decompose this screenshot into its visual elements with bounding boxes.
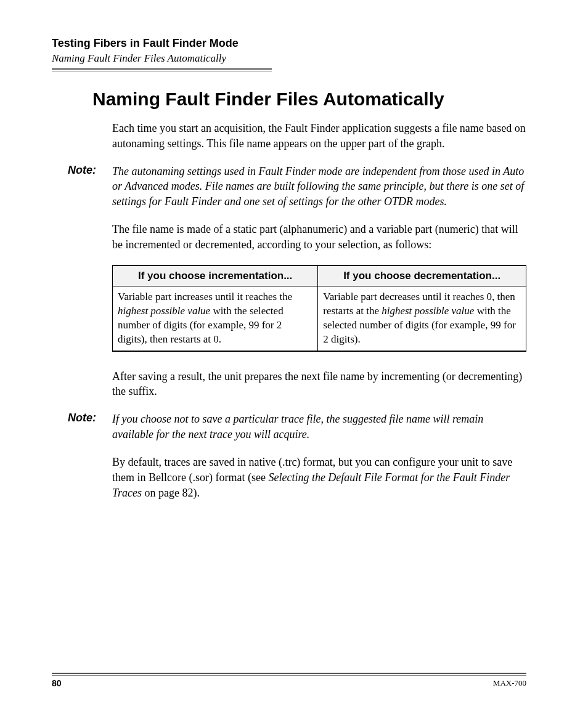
footer-row: 80 MAX-700 (52, 678, 526, 688)
cell-text-italic: highest possible value (118, 305, 210, 317)
cell-incrementation: Variable part increases until it reaches… (113, 286, 318, 351)
after-save-paragraph: After saving a result, the unit prepares… (112, 369, 526, 400)
default-format-paragraph: By default, traces are saved in native (… (112, 455, 526, 500)
header-rule (52, 68, 272, 71)
product-model: MAX-700 (493, 678, 526, 688)
cell-decrementation: Variable part decreases until it reaches… (318, 286, 526, 351)
content-area: Naming Fault Finder Files Automatically … (112, 89, 526, 500)
footer-rule (52, 673, 526, 676)
increment-decrement-table: If you choose incrementation... If you c… (112, 265, 526, 352)
page-header: Testing Fibers in Fault Finder Mode Nami… (52, 37, 526, 71)
cell-text: Variable part increases until it reaches… (118, 291, 292, 302)
note-label: Note: (68, 412, 112, 424)
col-header-increment: If you choose incrementation... (113, 266, 318, 286)
note-block-2: Note: If you choose not to save a partic… (68, 412, 526, 442)
note-block-1: Note: The autonaming settings used in Fa… (68, 164, 526, 209)
note-label: Note: (68, 164, 112, 177)
page-footer: 80 MAX-700 (52, 673, 526, 688)
table-header-row: If you choose incrementation... If you c… (113, 266, 526, 286)
note-text: If you choose not to save a particular t… (112, 412, 526, 442)
section-subtitle: Naming Fault Finder Files Automatically (52, 52, 526, 65)
page-number: 80 (52, 678, 62, 688)
col-header-decrement: If you choose decrementation... (318, 266, 526, 286)
filename-desc-paragraph: The file name is made of a static part (… (112, 222, 526, 253)
page: Testing Fibers in Fault Finder Mode Nami… (0, 0, 588, 714)
cell-text-italic: highest possible value (382, 305, 474, 317)
chapter-title: Testing Fibers in Fault Finder Mode (52, 37, 526, 50)
table-row: Variable part increases until it reaches… (113, 286, 526, 351)
note-text: The autonaming settings used in Fault Fi… (112, 164, 526, 209)
page-title: Naming Fault Finder Files Automatically (92, 89, 526, 110)
intro-paragraph: Each time you start an acquisition, the … (112, 121, 526, 152)
paragraph-text: on page 82). (142, 487, 200, 499)
